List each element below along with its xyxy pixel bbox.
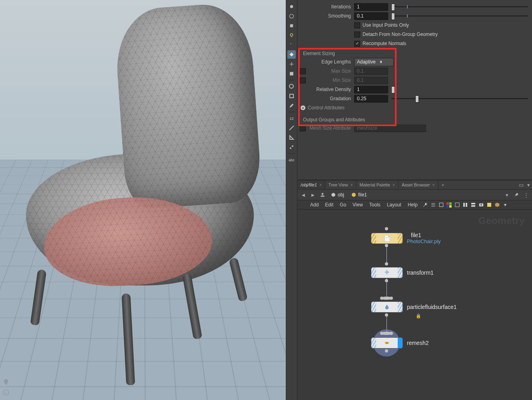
node-input[interactable]: [385, 262, 388, 265]
control-attributes-header[interactable]: Control Attributes: [308, 105, 345, 111]
pane-tab[interactable]: Tree View×: [325, 180, 357, 189]
wrench-icon[interactable]: [422, 201, 429, 208]
expand-icon[interactable]: +: [301, 105, 305, 110]
svg-point-13: [292, 145, 293, 147]
menu-edit[interactable]: Edit: [322, 202, 337, 208]
maximize-icon[interactable]: ▭: [518, 181, 525, 188]
tool-shelf-button[interactable]: [287, 22, 296, 30]
node-input[interactable]: [385, 227, 388, 230]
chair-leg: [122, 293, 135, 386]
node-inputs[interactable]: [380, 332, 393, 335]
svg-rect-24: [471, 205, 475, 207]
min-size-toggle[interactable]: [300, 77, 306, 83]
view-icon[interactable]: [462, 201, 469, 208]
element-sizing-header: Element Sizing: [300, 48, 528, 57]
node-output[interactable]: [385, 349, 388, 352]
network-canvas[interactable]: Geometry 📄 file1PhotoChair.ply transform…: [297, 210, 532, 400]
iterations-input[interactable]: [354, 3, 388, 11]
svg-rect-19: [449, 205, 452, 208]
smoothing-input[interactable]: [354, 12, 388, 20]
menu-go[interactable]: Go: [337, 202, 349, 208]
pin-icon[interactable]: [513, 191, 520, 198]
tool-shelf-button[interactable]: [287, 2, 296, 11]
info-icon[interactable]: [2, 389, 10, 396]
viewport-3d[interactable]: [0, 0, 286, 400]
use-input-points-checkbox[interactable]: [354, 22, 360, 28]
relative-density-slider[interactable]: [391, 86, 395, 93]
path-segment-obj[interactable]: obj: [329, 191, 347, 199]
nav-back-icon[interactable]: ◄: [300, 191, 307, 198]
node-particlefluidsurface1[interactable]: particlefluidsurface1: [371, 301, 457, 313]
tool-shelf-button[interactable]: [287, 82, 296, 91]
pane-menu-icon[interactable]: ▾: [525, 181, 532, 188]
add-tab-button[interactable]: +: [438, 180, 447, 189]
close-icon[interactable]: ×: [319, 183, 322, 187]
film-icon[interactable]: [287, 69, 296, 78]
max-size-toggle[interactable]: [300, 68, 306, 74]
node-output[interactable]: [385, 244, 388, 247]
menu-tools[interactable]: Tools: [366, 202, 384, 208]
close-icon[interactable]: ×: [351, 183, 353, 187]
angle-icon[interactable]: [287, 133, 296, 142]
node-file1[interactable]: 📄 file1PhotoChair.ply: [371, 232, 441, 244]
list-icon[interactable]: [430, 201, 437, 208]
node-remesh2[interactable]: remesh2: [371, 337, 428, 349]
recompute-normals-checkbox[interactable]: [354, 41, 360, 47]
detach-label: Detach From Non-Group Geometry: [363, 32, 438, 37]
pane-options-icon[interactable]: ⋮: [522, 191, 530, 198]
menu-view[interactable]: View: [349, 202, 366, 208]
node-label: transform1: [407, 269, 434, 276]
iterations-slider[interactable]: [391, 3, 528, 11]
close-icon[interactable]: ×: [393, 183, 395, 187]
smoothing-slider[interactable]: [391, 12, 528, 20]
menu-help[interactable]: Help: [404, 202, 421, 208]
tool-shelf-button[interactable]: [287, 92, 296, 100]
nav-up-icon[interactable]: [319, 191, 326, 198]
max-size-input: [354, 67, 388, 75]
gradation-input[interactable]: [354, 95, 388, 103]
tool-shelf-button[interactable]: [287, 60, 296, 68]
path-dropdown-icon[interactable]: ▾: [503, 191, 510, 198]
menu-layout[interactable]: Layout: [384, 202, 404, 208]
tool-shelf-button[interactable]: [287, 124, 296, 132]
relative-density-input[interactable]: [354, 86, 388, 93]
detach-checkbox[interactable]: [354, 32, 360, 38]
location-icon[interactable]: [2, 378, 10, 386]
svg-point-4: [290, 14, 294, 18]
tool-shelf-button[interactable]: [287, 41, 296, 49]
numbers-icon[interactable]: 12: [287, 114, 296, 123]
more-icon[interactable]: ▾: [502, 201, 509, 208]
palette-icon[interactable]: [446, 201, 453, 208]
mesh-size-attr-toggle[interactable]: [300, 125, 306, 131]
pane-tab[interactable]: Asset Browser×: [399, 180, 438, 189]
svg-rect-20: [455, 203, 459, 207]
node-output[interactable]: [385, 313, 388, 317]
light-icon[interactable]: [287, 31, 296, 40]
view-icon[interactable]: [470, 201, 477, 208]
node-transform1[interactable]: transform1: [371, 267, 434, 278]
pane-tab[interactable]: /obj/file1×: [297, 180, 325, 189]
svg-point-26: [480, 204, 482, 206]
tool-shelf-button[interactable]: [287, 143, 296, 151]
nav-forward-icon[interactable]: ►: [309, 191, 317, 198]
pane-tab[interactable]: Material Palette×: [357, 180, 399, 189]
edge-lengths-dropdown[interactable]: Adaptive ▲▼: [354, 58, 394, 66]
node-inputs[interactable]: [380, 297, 393, 300]
gradation-slider[interactable]: [391, 95, 528, 103]
text-icon[interactable]: abc: [287, 156, 296, 164]
path-segment-node[interactable]: file1: [349, 191, 369, 199]
menu-add[interactable]: Add: [307, 202, 322, 208]
svg-rect-5: [290, 24, 293, 28]
tool-shelf-button[interactable]: [287, 50, 296, 59]
note-icon[interactable]: [486, 201, 493, 208]
close-icon[interactable]: ×: [432, 183, 435, 187]
view-icon[interactable]: [454, 201, 461, 208]
node-label: remesh2: [407, 340, 428, 346]
brush-icon[interactable]: [287, 101, 296, 110]
grid-icon[interactable]: [438, 201, 445, 208]
snapshot-icon[interactable]: [478, 201, 485, 208]
node-output[interactable]: [385, 279, 388, 282]
max-size-label: Max Size: [306, 68, 351, 74]
box-icon[interactable]: [494, 201, 501, 208]
tool-shelf-button[interactable]: [287, 12, 296, 20]
